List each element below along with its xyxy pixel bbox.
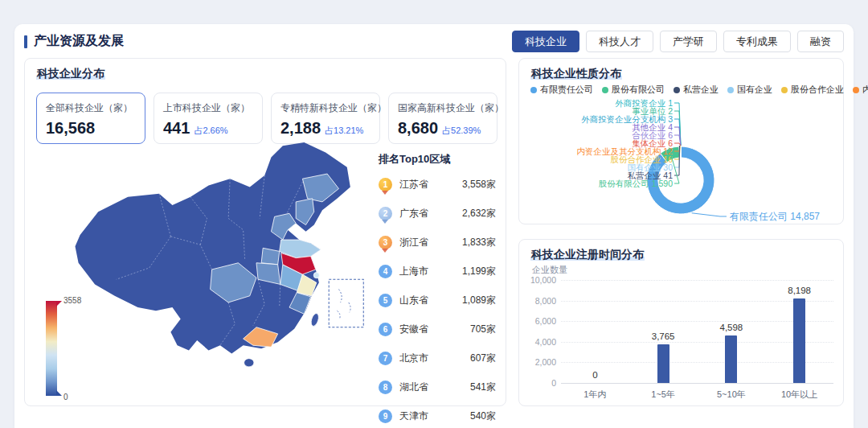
- x-category-label: 1年内: [563, 389, 627, 401]
- distribution-title: 科技企业分布: [36, 67, 105, 81]
- region-name: 北京市: [399, 352, 470, 365]
- top10-list: 排名Top10区域 1江苏省3,558家2广东省2,632家3浙江省1,833家…: [379, 152, 496, 428]
- tab-bar: 科技企业 科技人才 产学研 专利成果 融资: [512, 31, 844, 52]
- rank-medal-icon: 3: [379, 236, 392, 249]
- rank-medal-icon: 8: [379, 381, 392, 394]
- region-value: 541家: [470, 381, 496, 394]
- legend-item-3[interactable]: 国有企业: [727, 84, 772, 96]
- top10-title: 排名Top10区域: [379, 152, 496, 167]
- nature-title: 科技企业性质分布: [530, 67, 622, 81]
- region-name: 江苏省: [399, 178, 462, 191]
- title-accent-bar: [24, 35, 27, 48]
- bar-value-label: 3,765: [639, 331, 687, 341]
- y-tick-label: 6,000: [524, 316, 556, 326]
- y-tick-label: 2,000: [524, 357, 556, 367]
- donut-leader-line: [674, 143, 681, 146]
- bar-value-label: 4,598: [707, 323, 755, 332]
- tab-tech-talent[interactable]: 科技人才: [586, 31, 653, 52]
- x-category-label: 10年以上: [768, 389, 832, 401]
- top10-row: 1江苏省3,558家: [379, 173, 496, 195]
- page-title: 产业资源及发展: [34, 33, 124, 50]
- legend-dot-icon: [530, 87, 537, 93]
- y-tick-label: 8,000: [524, 296, 556, 306]
- legend-dot-icon: [781, 87, 788, 93]
- legend-item-4[interactable]: 股份合作企业: [781, 84, 844, 96]
- legend-dot-icon: [727, 87, 734, 93]
- rank-medal-icon: 6: [379, 323, 392, 336]
- donut-leader-line: [692, 213, 727, 216]
- donut-legend: 有限责任公司 股份有限公司 私营企业 国有企业 股份合作企业 内 ◀ 1/3 ▶: [530, 84, 834, 96]
- scale-max-marker: [56, 301, 62, 307]
- top10-row: 8湖北省541家: [379, 376, 496, 398]
- donut-label: 股份有限公司 1,590: [599, 179, 673, 188]
- bar-1~5年[interactable]: [657, 344, 669, 383]
- tab-financing[interactable]: 融资: [797, 31, 844, 52]
- region-value: 607家: [470, 352, 496, 365]
- page-header: 产业资源及发展 科技企业 科技人才 产学研 专利成果 融资: [14, 24, 854, 58]
- x-category-label: 5~10年: [699, 389, 764, 401]
- rank-medal-icon: 1: [379, 178, 392, 191]
- region-name: 天津市: [399, 409, 470, 423]
- rank-medal-icon: 5: [379, 294, 392, 307]
- region-value: 2,632家: [462, 207, 496, 220]
- top10-row: 6安徽省705家: [379, 318, 496, 340]
- region-name: 湖北省: [399, 381, 470, 394]
- bar-10年以上[interactable]: [793, 298, 805, 383]
- region-name: 安徽省: [399, 323, 470, 336]
- region-name: 上海市: [399, 265, 462, 278]
- legend-item-0[interactable]: 有限责任公司: [530, 84, 593, 96]
- registration-time-card: 科技企业注册时间分布 企业数量 02,0004,0006,0008,00010,…: [518, 239, 844, 406]
- gridline: [561, 383, 833, 384]
- top10-row: 9天津市540家: [379, 405, 496, 427]
- region-value: 3,558家: [462, 178, 496, 191]
- region-name: 山东省: [399, 294, 462, 307]
- region-name: 广东省: [399, 207, 462, 220]
- y-tick-label: 10,000: [524, 275, 556, 285]
- top10-row: 7北京市607家: [379, 347, 496, 369]
- bar-value-label: 0: [571, 370, 619, 380]
- scale-min-label: 0: [63, 393, 68, 401]
- x-category-label: 1~5年: [631, 389, 695, 401]
- top10-row: 2广东省2,632家: [379, 202, 496, 224]
- region-value: 1,199家: [462, 265, 496, 278]
- tab-patent-results[interactable]: 专利成果: [723, 31, 791, 52]
- enterprise-distribution-card: 科技企业分布 全部科技企业（家） 16,568 上市科技企业（家） 441占2.…: [24, 58, 506, 406]
- region-value: 705家: [470, 323, 496, 336]
- legend-item-1[interactable]: 股份有限公司: [602, 84, 665, 96]
- legend-item-2[interactable]: 私营企业: [674, 84, 719, 96]
- tab-industry-academia[interactable]: 产学研: [660, 31, 717, 52]
- bar-value-label: 8,198: [776, 286, 824, 295]
- enterprise-nature-donut[interactable]: 外商投资企业 1事业单位 2外商投资企业分支机构 3其他企业 4合伙企业 6集体…: [521, 96, 842, 223]
- legend-item-5-truncated[interactable]: 内: [853, 84, 868, 96]
- rank-medal-icon: 2: [379, 207, 392, 220]
- legend-dot-icon: [674, 87, 680, 93]
- donut-main-label: 有限责任公司 14,857: [729, 211, 820, 222]
- top10-row: 5山东省1,089家: [379, 289, 496, 311]
- y-tick-label: 4,000: [524, 337, 556, 347]
- registration-bar-chart[interactable]: 02,0004,0006,0008,00010,00001年内3,7651~5年…: [519, 240, 845, 407]
- top10-row: 3浙江省1,833家: [379, 231, 496, 253]
- gridline: [561, 280, 833, 281]
- stat-card-national-hightech[interactable]: 国家高新科技企业（家） 8,680占52.39%: [388, 93, 497, 144]
- y-tick-label: 0: [524, 378, 556, 388]
- scale-min-marker: [56, 390, 62, 396]
- bar-5~10年[interactable]: [725, 335, 737, 383]
- legend-dot-icon: [602, 87, 608, 93]
- china-map[interactable]: [62, 139, 385, 403]
- region-value: 540家: [470, 409, 496, 423]
- top10-row: 4上海市1,199家: [379, 260, 496, 282]
- stats-row: 全部科技企业（家） 16,568 上市科技企业（家） 441占2.66% 专精特…: [36, 93, 497, 144]
- rank-medal-icon: 4: [379, 265, 392, 278]
- scale-max-label: 3558: [63, 296, 81, 305]
- region-name: 浙江省: [399, 236, 462, 249]
- enterprise-nature-card: 科技企业性质分布 有限责任公司 股份有限公司 私营企业 国有企业 股份合作企业 …: [518, 58, 844, 224]
- tab-tech-enterprise[interactable]: 科技企业: [512, 31, 579, 52]
- stat-card-listed[interactable]: 上市科技企业（家） 441占2.66%: [154, 93, 263, 144]
- stat-card-all[interactable]: 全部科技企业（家） 16,568: [36, 93, 145, 144]
- dashboard-container: 产业资源及发展 科技企业 科技人才 产学研 专利成果 融资 科技企业分布 全部科…: [14, 24, 854, 428]
- rank-medal-icon: 9: [379, 409, 392, 423]
- legend-dot-icon: [853, 87, 859, 93]
- stat-card-specialized[interactable]: 专精特新科技企业（家） 2,188占13.21%: [271, 93, 380, 144]
- region-value: 1,833家: [462, 236, 496, 249]
- scale-gradient-bar: [46, 301, 57, 396]
